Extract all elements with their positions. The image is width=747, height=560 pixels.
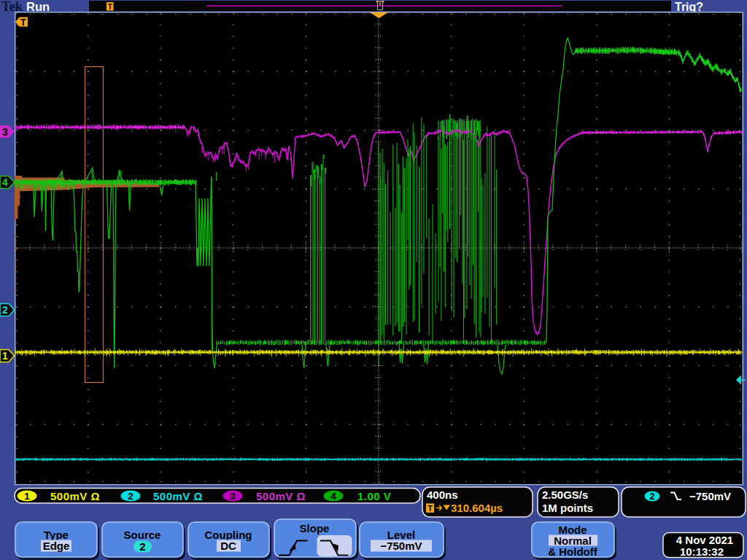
- svg-text:1: 1: [24, 491, 30, 502]
- svg-text:T: T: [20, 17, 26, 28]
- svg-text:500mV Ω: 500mV Ω: [153, 490, 203, 502]
- svg-text:500mV Ω: 500mV Ω: [50, 490, 100, 502]
- svg-text:1.00 V: 1.00 V: [357, 490, 391, 502]
- svg-text:T: T: [427, 504, 433, 513]
- svg-text:1M points: 1M points: [542, 502, 593, 514]
- svg-text:Trig?: Trig?: [675, 1, 703, 13]
- svg-text:3: 3: [230, 491, 236, 502]
- svg-text:4: 4: [2, 176, 8, 188]
- svg-text:& Holdoff: & Holdoff: [548, 545, 597, 558]
- svg-text:500mV Ω: 500mV Ω: [256, 490, 306, 502]
- svg-text:4 Nov 2021: 4 Nov 2021: [676, 534, 733, 546]
- svg-text:Slope: Slope: [300, 522, 330, 534]
- svg-text:310.604µs: 310.604µs: [451, 502, 503, 514]
- svg-text:400ns: 400ns: [427, 489, 458, 501]
- svg-text:−750mV: −750mV: [689, 490, 731, 502]
- svg-text:1: 1: [2, 350, 8, 362]
- svg-text:10:13:32: 10:13:32: [680, 545, 724, 558]
- svg-text:2: 2: [139, 540, 145, 553]
- svg-text:2: 2: [128, 491, 133, 502]
- svg-text:Run: Run: [26, 0, 50, 13]
- svg-text:2: 2: [2, 304, 8, 316]
- svg-text:T: T: [108, 3, 112, 11]
- svg-text:4: 4: [330, 491, 336, 502]
- svg-text:3: 3: [2, 126, 8, 138]
- svg-text:−750mV: −750mV: [380, 540, 422, 552]
- svg-text:2: 2: [649, 491, 654, 502]
- svg-text:DC: DC: [220, 540, 236, 552]
- svg-text:Edge: Edge: [43, 540, 70, 552]
- svg-text:2.50GS/s: 2.50GS/s: [542, 489, 588, 501]
- svg-text:Source: Source: [124, 529, 161, 541]
